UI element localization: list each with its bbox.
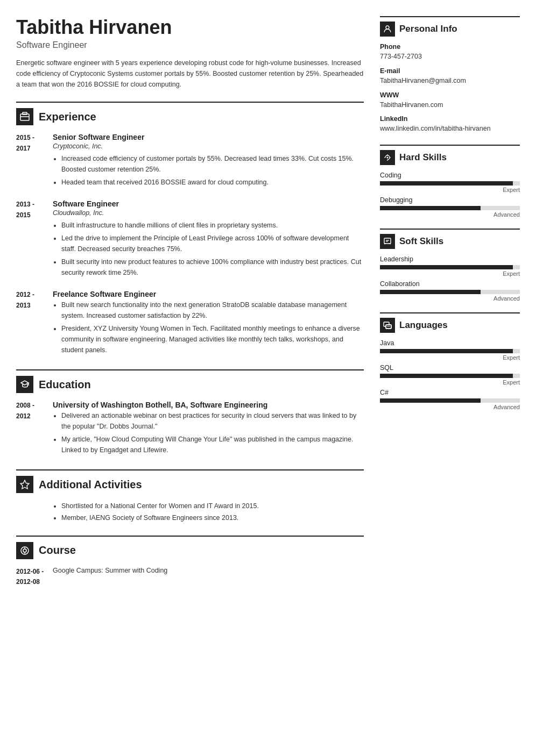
personal-info-header: Personal Info <box>380 16 520 37</box>
exp-bullet-2-3: Built security into new product features… <box>61 256 364 278</box>
candidate-title: Software Engineer <box>16 40 364 50</box>
experience-icon <box>16 108 33 125</box>
course-section: Course 2012-06 -2012-08 Google Campus: S… <box>16 536 364 587</box>
experience-item-3: 2012 -2013 Freelance Software Engineer B… <box>16 290 364 358</box>
activities-list: Shortlisted for a National Center for Wo… <box>53 501 364 524</box>
exp-bullets-2: Built infrastructure to handle millions … <box>53 220 364 278</box>
skill-item: JavaExpert <box>380 339 520 361</box>
exp-role-2: Software Engineer <box>53 199 364 208</box>
skill-bar-fill <box>380 181 513 186</box>
activities-title: Additional Activities <box>39 479 142 491</box>
linkedin-label: LinkedIn <box>380 115 520 123</box>
education-icon <box>16 376 33 393</box>
skill-name: Collaboration <box>380 280 520 288</box>
skill-bar-bg <box>380 181 520 186</box>
exp-dates-2: 2013 -2015 <box>16 199 44 280</box>
languages-title: Languages <box>399 320 448 331</box>
exp-bullet-1-1: Increased code efficiency of customer po… <box>61 153 364 175</box>
skill-bar-fill <box>380 398 481 403</box>
course-icon <box>16 542 33 559</box>
exp-bullet-2-1: Built infrastructure to handle millions … <box>61 220 364 231</box>
email-label: E-mail <box>380 67 520 75</box>
edu-bullet-1-1: Delivered an actionable webinar on best … <box>61 410 364 432</box>
skill-bar-bg <box>380 290 520 294</box>
skill-name: Coding <box>380 172 520 179</box>
experience-section: Experience 2015 -2017 Senior Software En… <box>16 102 364 358</box>
www-label: WWW <box>380 91 520 99</box>
email-value: TabithaHirvanen@gmail.com <box>380 76 520 86</box>
skill-item: DebuggingAdvanced <box>380 196 520 218</box>
exp-role-3: Freelance Software Engineer <box>53 290 364 298</box>
exp-content-1: Senior Software Engineer Cryptoconic, In… <box>53 133 364 190</box>
skill-level: Expert <box>380 187 520 193</box>
languages-icon <box>380 318 395 333</box>
skill-level: Advanced <box>380 295 520 302</box>
experience-header: Experience <box>16 102 364 125</box>
skill-bar-bg <box>380 349 520 353</box>
skill-bar-bg <box>380 374 520 378</box>
svg-rect-1 <box>23 112 27 115</box>
education-title: Education <box>39 379 91 391</box>
hard-skills-list: CodingExpertDebuggingAdvanced <box>380 172 520 218</box>
activities-icon <box>16 476 33 493</box>
personal-info-title: Personal Info <box>399 24 457 34</box>
activity-1: Shortlisted for a National Center for Wo… <box>61 501 364 512</box>
skill-level: Expert <box>380 270 520 277</box>
hard-skills-icon <box>380 150 395 165</box>
experience-title: Experience <box>39 111 96 123</box>
course-dates-1: 2012-06 -2012-08 <box>16 567 44 587</box>
course-item-1: 2012-06 -2012-08 Google Campus: Summer w… <box>16 567 364 587</box>
course-title: Course <box>39 544 76 557</box>
skill-item: CodingExpert <box>380 172 520 193</box>
skill-bar-bg <box>380 265 520 269</box>
activities-section: Additional Activities Shortlisted for a … <box>16 469 364 524</box>
education-section: Education 2008 -2012 University of Washi… <box>16 369 364 458</box>
skill-bar-bg <box>380 398 520 403</box>
exp-bullet-2-2: Led the drive to implement the Principle… <box>61 233 364 254</box>
exp-bullets-1: Increased code efficiency of customer po… <box>53 153 364 188</box>
skill-level: Advanced <box>380 211 520 218</box>
exp-bullet-1-2: Headed team that received 2016 BOSSIE aw… <box>61 177 364 188</box>
exp-company-1: Cryptoconic, Inc. <box>53 142 364 150</box>
skill-item: SQLExpert <box>380 364 520 386</box>
svg-point-10 <box>387 157 389 159</box>
soft-skills-header: Soft Skills <box>380 229 520 249</box>
exp-dates-1: 2015 -2017 <box>16 133 44 190</box>
linkedin-value: www.linkedin.com/in/tabitha-hirvanen <box>380 124 520 134</box>
skill-bar-bg <box>380 206 520 210</box>
svg-point-9 <box>386 26 389 29</box>
svg-rect-11 <box>384 238 391 244</box>
skill-level: Expert <box>380 354 520 361</box>
activity-2: Member, IAENG Society of Software Engine… <box>61 512 364 524</box>
www-value: TabithaHirvanen.com <box>380 100 520 110</box>
hard-skills-title: Hard Skills <box>399 152 447 163</box>
right-column: Personal Info Phone 773-457-2703 E-mail … <box>380 16 520 740</box>
left-column: Tabitha Hirvanen Software Engineer Energ… <box>16 16 364 740</box>
hard-skills-header: Hard Skills <box>380 145 520 165</box>
languages-list: JavaExpertSQLExpertC#Advanced <box>380 339 520 410</box>
soft-skills-list: LeadershipExpertCollaborationAdvanced <box>380 255 520 302</box>
exp-dates-3: 2012 -2013 <box>16 290 44 358</box>
skill-item: C#Advanced <box>380 389 520 410</box>
candidate-name: Tabitha Hirvanen <box>16 16 364 38</box>
skill-bar-fill <box>380 374 513 378</box>
svg-point-6 <box>23 549 26 552</box>
languages-section: Languages JavaExpertSQLExpertC#Advanced <box>380 312 520 410</box>
skill-name: Java <box>380 339 520 347</box>
exp-content-2: Software Engineer Cloudwallop, Inc. Buil… <box>53 199 364 280</box>
soft-skills-icon <box>380 234 395 249</box>
course-header: Course <box>16 536 364 559</box>
skill-name: Leadership <box>380 255 520 263</box>
experience-item-1: 2015 -2017 Senior Software Engineer Cryp… <box>16 133 364 190</box>
skill-bar-fill <box>380 206 481 210</box>
personal-info-icon <box>380 22 395 37</box>
header-section: Tabitha Hirvanen Software Engineer Energ… <box>16 16 364 90</box>
exp-bullet-3-1: Built new search functionality into the … <box>61 299 364 321</box>
skill-name: C# <box>380 389 520 396</box>
edu-role-1: University of Washington Bothell, BA, So… <box>53 401 364 409</box>
edu-dates-1: 2008 -2012 <box>16 401 44 458</box>
exp-bullets-3: Built new search functionality into the … <box>53 299 364 355</box>
edu-bullets-1: Delivered an actionable webinar on best … <box>53 410 364 455</box>
skill-bar-fill <box>380 265 513 269</box>
phone-value: 773-457-2703 <box>380 52 520 62</box>
